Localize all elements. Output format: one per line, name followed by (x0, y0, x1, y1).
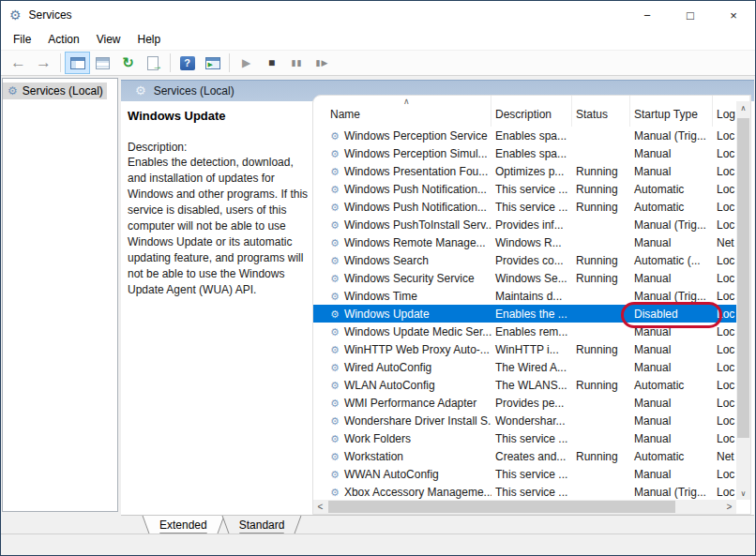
back-button[interactable] (6, 52, 31, 74)
services-list-panel: Name Description Status Startup Type Log… (312, 95, 751, 515)
table-row[interactable]: ⚙Work Folders This service ... Manual Lo… (313, 429, 736, 447)
cell-status: Running (572, 450, 630, 463)
cell-startup-type: Manual (Trig... (630, 486, 713, 499)
cell-startup-type: Automatic (630, 183, 713, 196)
cell-name: Windows Presentation Fou... (344, 165, 488, 178)
table-row[interactable]: ⚙Windows Perception Simul... Enables spa… (313, 144, 736, 162)
cell-startup-type: Manual (Trig... (630, 290, 713, 303)
forward-button[interactable] (31, 52, 56, 74)
forward-icon (36, 53, 52, 72)
table-row[interactable]: ⚙Wondershare Driver Install S... Wonders… (313, 412, 736, 429)
menu-view[interactable]: View (88, 30, 129, 49)
cell-name: WinHTTP Web Proxy Auto-... (344, 343, 490, 356)
titlebar: ⚙ Services − □ × (1, 1, 755, 29)
description-label: Description: (128, 141, 315, 154)
help-button[interactable] (174, 52, 200, 74)
table-row[interactable]: ⚙WMI Performance Adapter Provides pe... … (313, 394, 736, 412)
table-row[interactable]: ⚙Windows Perception Service Enables spa.… (313, 127, 736, 144)
table-row[interactable]: ⚙WLAN AutoConfig The WLANS... Running Au… (313, 376, 736, 394)
cell-description: The WLANS... (491, 379, 572, 392)
table-row[interactable]: ⚙Windows Update Medic Ser... Enables rem… (313, 323, 736, 340)
start-service-button[interactable] (234, 52, 259, 74)
window-title: Services (29, 8, 72, 22)
sidebar-item-services-local[interactable]: ⚙ Services (Local) (3, 83, 107, 99)
toolbar-separator (170, 53, 171, 72)
scroll-down-icon[interactable]: ∨ (736, 487, 750, 500)
cell-startup-type: Disabled (630, 308, 713, 321)
horizontal-scrollbar[interactable]: < > (313, 500, 736, 514)
scroll-up-icon[interactable]: ∧ (736, 101, 750, 114)
cell-status: Running (572, 183, 630, 196)
table-row[interactable]: ⚙Wired AutoConfig The Wired A... Manual … (313, 358, 736, 376)
pause-service-button[interactable] (284, 52, 310, 74)
refresh-icon (122, 54, 134, 71)
cell-description: Enables spa... (491, 129, 572, 143)
cell-description: Provides co... (491, 254, 572, 267)
export-list-button[interactable] (141, 52, 166, 74)
table-row[interactable]: ⚙Windows Update Enables the ... Disabled… (313, 305, 736, 323)
show-console-tree-button[interactable] (65, 52, 90, 74)
tab-extended[interactable]: Extended (150, 516, 217, 533)
cell-name: Windows PushToInstall Serv... (344, 218, 491, 232)
table-row[interactable]: ⚙Windows PushToInstall Serv... Provides … (313, 216, 736, 233)
cell-name: Windows Time (344, 290, 417, 303)
extended-view-icon (205, 57, 220, 69)
horizontal-scrollbar-thumb[interactable] (328, 501, 675, 513)
refresh-button[interactable] (115, 52, 141, 74)
cell-logon: Loc (713, 432, 736, 445)
close-button[interactable]: × (712, 1, 755, 29)
selected-service-name: Windows Update (128, 109, 315, 123)
cell-startup-type: Manual (630, 468, 713, 481)
table-row[interactable]: ⚙Windows Security Service Windows Se... … (313, 269, 736, 287)
table-row[interactable]: ⚙Windows Time Maintains d... Manual (Tri… (313, 287, 736, 305)
sidebar-item-label: Services (Local) (23, 84, 103, 98)
restart-service-icon (316, 58, 329, 68)
cell-status: Running (572, 254, 630, 267)
cell-logon: Loc (713, 129, 736, 143)
table-row[interactable]: ⚙Xbox Accessory Manageme... This service… (313, 483, 736, 500)
table-row[interactable]: ⚙Workstation Creates and... Running Auto… (313, 447, 736, 465)
column-header-startup-type[interactable]: Startup Type (630, 96, 713, 127)
maximize-button[interactable]: □ (669, 1, 712, 29)
table-row[interactable]: ⚙WinHTTP Web Proxy Auto-... WinHTTP i...… (313, 340, 736, 358)
export-list-icon (146, 56, 161, 69)
cell-logon: Loc (713, 272, 736, 285)
cell-logon: Net (713, 236, 736, 249)
cell-logon: Loc (713, 361, 736, 374)
cell-description: Provides pe... (491, 397, 572, 410)
cell-startup-type: Manual (630, 272, 713, 285)
vertical-scrollbar[interactable]: ∧ ∨ (736, 101, 750, 500)
menu-file[interactable]: File (5, 30, 39, 49)
panel-header-title: Services (Local) (154, 84, 234, 98)
table-row[interactable]: ⚙Windows Search Provides co... Running A… (313, 251, 736, 269)
tab-label: Extended (159, 518, 207, 532)
properties-button[interactable] (90, 52, 115, 74)
restart-service-button[interactable] (310, 52, 335, 74)
scroll-left-icon[interactable]: < (313, 500, 327, 514)
table-row[interactable]: ⚙Windows Presentation Fou... Optimizes p… (313, 162, 736, 180)
table-row[interactable]: ⚙Windows Push Notification... This servi… (313, 198, 736, 216)
menu-help[interactable]: Help (129, 30, 170, 49)
minimize-button[interactable]: − (626, 1, 669, 29)
cell-name: Wondershare Driver Install S... (344, 414, 491, 428)
cell-description: This service ... (491, 486, 572, 499)
cell-description: This service ... (491, 201, 572, 214)
tab-standard[interactable]: Standard (230, 516, 295, 533)
column-header-description[interactable]: Description (491, 96, 572, 127)
vertical-scrollbar-thumb[interactable] (737, 118, 749, 438)
cell-startup-type: Automatic (630, 379, 713, 392)
cell-logon: Loc (713, 290, 736, 303)
column-header-status[interactable]: Status (572, 96, 630, 127)
stop-service-button[interactable] (259, 52, 284, 74)
help-icon (180, 56, 195, 70)
cell-startup-type: Automatic (... (630, 254, 713, 267)
table-row[interactable]: ⚙WWAN AutoConfig This service ... Manual… (313, 465, 736, 483)
service-gear-icon: ⚙ (330, 451, 340, 462)
cell-logon: Loc (713, 218, 736, 232)
table-row[interactable]: ⚙Windows Push Notification... This servi… (313, 180, 736, 198)
scroll-right-icon[interactable]: > (722, 500, 736, 514)
view-tabs: ExtendedStandard (121, 515, 754, 533)
extended-view-button[interactable] (200, 52, 225, 74)
menu-action[interactable]: Action (39, 30, 87, 49)
table-row[interactable]: ⚙Windows Remote Manage... Windows R... M… (313, 233, 736, 251)
